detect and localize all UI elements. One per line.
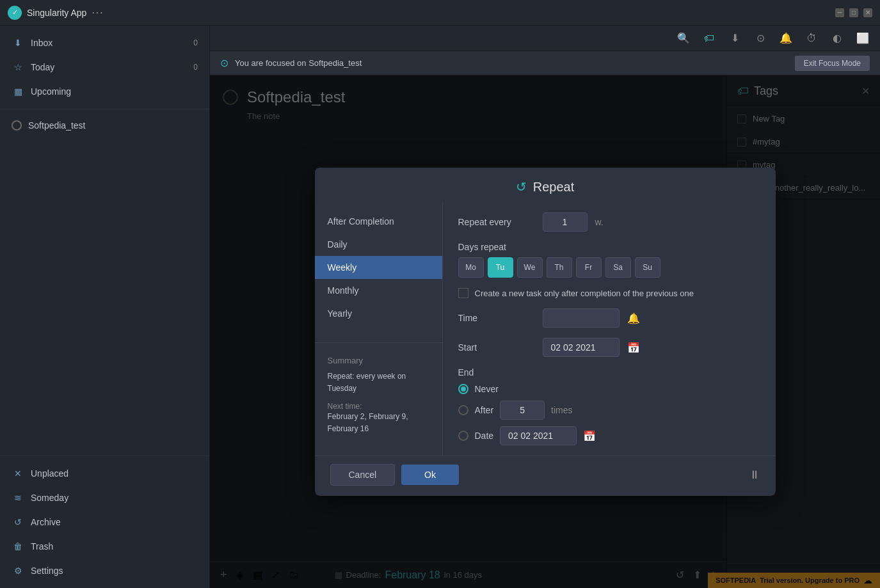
bell-icon[interactable]: 🔔	[627, 312, 640, 324]
end-never-row: Never	[458, 384, 760, 394]
start-date-input[interactable]	[543, 338, 620, 357]
focus-target-icon: ⊙	[220, 57, 228, 69]
dialog-right: Repeat every w. Days repeat Mo Tu	[443, 202, 776, 456]
checkbox-row: Create a new task only after completion …	[458, 288, 760, 298]
sidebar-item-label: Settings	[31, 566, 63, 576]
download-icon[interactable]: ⬇	[728, 31, 742, 45]
trash-icon: 🗑	[12, 540, 24, 553]
today-badge: 0	[193, 63, 198, 72]
sidebar-nav: ⬇ Inbox 0 ☆ Today 0 ▦ Upcoming	[0, 26, 209, 109]
today-icon: ☆	[12, 61, 24, 74]
search-icon[interactable]: 🔍	[676, 31, 691, 45]
repeat-every-input[interactable]	[543, 212, 588, 232]
close-button[interactable]: ✕	[863, 8, 872, 17]
end-calendar-icon[interactable]: 📅	[583, 430, 596, 442]
end-after-label: After	[475, 405, 494, 415]
sidebar-item-label: Unplaced	[31, 468, 68, 479]
maximize-button[interactable]: □	[849, 8, 858, 17]
sidebar-item-label: Today	[31, 62, 54, 72]
after-count-input[interactable]	[500, 401, 545, 420]
modal-overlay: ↺ Repeat After Completion Daily Weekly M…	[210, 75, 880, 588]
repeat-unit: w.	[595, 217, 604, 227]
cancel-button[interactable]: Cancel	[330, 464, 396, 486]
window-controls: ─ □ ✕	[835, 8, 872, 17]
sidebar: ⬇ Inbox 0 ☆ Today 0 ▦ Upcoming Softpedia…	[0, 26, 210, 588]
sidebar-item-label: Inbox	[31, 38, 52, 48]
repeat-option-weekly[interactable]: Weekly	[315, 256, 442, 279]
repeat-option-monthly[interactable]: Monthly	[315, 279, 442, 302]
sidebar-item-unplaced[interactable]: ✕ Unplaced	[0, 461, 209, 486]
day-we[interactable]: We	[517, 257, 543, 278]
focus-icon[interactable]: ⊙	[753, 31, 767, 45]
content-area: Softpedia_test The note + ◈ ▦ ⤢ 🗂 ▦ Dead…	[210, 75, 880, 588]
sidebar-item-label: Trash	[31, 541, 53, 552]
checkbox-label: Create a new task only after completion …	[475, 289, 694, 298]
repeat-option-after-completion[interactable]: After Completion	[315, 210, 442, 233]
archive-icon: ↺	[12, 516, 24, 528]
more-btn[interactable]: ···	[92, 7, 104, 19]
tag-icon[interactable]: 🏷	[702, 31, 716, 45]
settings-icon: ⚙	[12, 564, 24, 577]
sidebar-task-softpedia[interactable]: Softpedia_test	[0, 115, 209, 136]
sidebar-tasks: Softpedia_test	[0, 109, 209, 141]
day-tu[interactable]: Tu	[488, 257, 513, 278]
repeat-option-daily[interactable]: Daily	[315, 233, 442, 256]
focus-message: You are focused on Softpedia_test	[235, 58, 362, 68]
sidebar-item-upcoming[interactable]: ▦ Upcoming	[0, 79, 209, 104]
expand-icon[interactable]: ⬜	[856, 31, 870, 45]
time-row: Time 🔔	[458, 308, 760, 328]
summary-text: Repeat: every week onTuesday	[328, 370, 429, 395]
sidebar-item-label: Someday	[31, 493, 68, 503]
day-fr[interactable]: Fr	[576, 257, 602, 278]
dialog-title: Repeat	[533, 180, 575, 195]
focus-bar-left: ⊙ You are focused on Softpedia_test	[220, 57, 362, 69]
top-toolbar: 🔍 🏷 ⬇ ⊙ 🔔 ⏱ ◐ ⬜	[210, 26, 880, 51]
ok-button[interactable]: Ok	[401, 465, 459, 485]
end-date-input[interactable]	[500, 426, 577, 445]
repeat-dialog: ↺ Repeat After Completion Daily Weekly M…	[315, 168, 776, 496]
sidebar-item-settings[interactable]: ⚙ Settings	[0, 559, 209, 583]
exit-focus-button[interactable]: Exit Focus Mode	[795, 56, 870, 71]
sidebar-item-today[interactable]: ☆ Today 0	[0, 55, 209, 79]
next-time-dates: February 2, February 9,February 16	[328, 411, 429, 435]
end-date-radio[interactable]	[458, 431, 468, 441]
dialog-body: After Completion Daily Weekly Monthly Ye…	[315, 202, 776, 456]
minimize-button[interactable]: ─	[835, 8, 844, 17]
days-repeat-label: Days repeat	[458, 242, 760, 252]
completion-checkbox[interactable]	[458, 288, 468, 298]
dialog-left: After Completion Daily Weekly Monthly Ye…	[315, 202, 443, 456]
titlebar-left: ✓ Singularity App ···	[8, 6, 104, 20]
theme-icon[interactable]: ◐	[830, 31, 844, 45]
next-time-label: Next time:	[328, 402, 429, 411]
repeat-option-yearly[interactable]: Yearly	[315, 302, 442, 325]
start-label: Start	[458, 342, 535, 353]
time-input[interactable]	[543, 308, 620, 328]
unplaced-icon: ✕	[12, 467, 24, 480]
app-icon: ✓	[8, 6, 22, 20]
day-su[interactable]: Su	[635, 257, 660, 278]
end-after-radio[interactable]	[458, 405, 468, 415]
upcoming-icon: ▦	[12, 85, 24, 98]
sidebar-item-someday[interactable]: ≋ Someday	[0, 486, 209, 510]
app-title: Singularity App	[27, 8, 86, 18]
end-date-row: Date 📅	[458, 426, 760, 445]
start-calendar-icon[interactable]: 📅	[627, 342, 640, 354]
sidebar-item-label: Archive	[31, 517, 61, 527]
day-th[interactable]: Th	[547, 257, 572, 278]
bell-icon[interactable]: 🔔	[779, 31, 793, 45]
pause-button[interactable]: ⏸	[749, 468, 760, 482]
focus-bar: ⊙ You are focused on Softpedia_test Exit…	[210, 51, 880, 75]
day-sa[interactable]: Sa	[605, 257, 631, 278]
summary-title: Summary	[328, 356, 429, 365]
after-unit: times	[551, 405, 572, 415]
timer-icon[interactable]: ⏱	[804, 31, 819, 45]
sidebar-item-trash[interactable]: 🗑 Trash	[0, 534, 209, 559]
sidebar-item-inbox[interactable]: ⬇ Inbox 0	[0, 31, 209, 55]
end-never-radio[interactable]	[458, 384, 468, 394]
main-layout: ⬇ Inbox 0 ☆ Today 0 ▦ Upcoming Softpedia…	[0, 26, 880, 588]
sidebar-item-archive[interactable]: ↺ Archive	[0, 510, 209, 534]
day-mo[interactable]: Mo	[458, 257, 484, 278]
inbox-icon: ⬇	[12, 36, 24, 49]
task-label: Softpedia_test	[28, 120, 86, 131]
inbox-badge: 0	[193, 38, 198, 47]
